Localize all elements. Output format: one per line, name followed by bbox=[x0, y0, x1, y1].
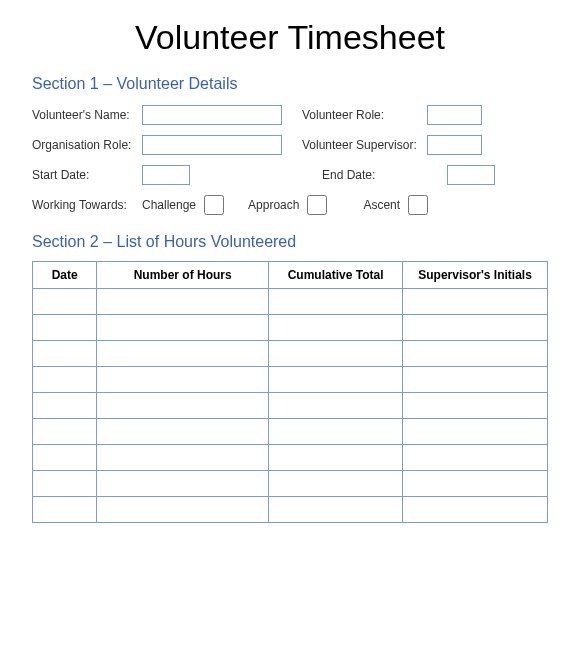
table-cell[interactable] bbox=[97, 341, 269, 367]
table-cell[interactable] bbox=[33, 445, 97, 471]
table-cell[interactable] bbox=[33, 497, 97, 523]
table-cell[interactable] bbox=[403, 367, 548, 393]
page-title: Volunteer Timesheet bbox=[32, 18, 548, 57]
table-cell[interactable] bbox=[269, 367, 403, 393]
label-end-date: End Date: bbox=[322, 168, 447, 182]
checkbox-ascent[interactable] bbox=[408, 195, 428, 215]
label-ascent: Ascent bbox=[363, 198, 400, 212]
checkbox-challenge[interactable] bbox=[204, 195, 224, 215]
label-supervisor: Volunteer Supervisor: bbox=[302, 138, 427, 152]
option-approach: Approach bbox=[248, 195, 327, 215]
input-supervisor[interactable] bbox=[427, 135, 482, 155]
table-cell[interactable] bbox=[269, 445, 403, 471]
table-cell[interactable] bbox=[403, 497, 548, 523]
table-cell[interactable] bbox=[403, 393, 548, 419]
table-row bbox=[33, 367, 548, 393]
input-volunteer-name[interactable] bbox=[142, 105, 282, 125]
row-dates: Start Date: End Date: bbox=[32, 165, 548, 185]
checkbox-approach[interactable] bbox=[307, 195, 327, 215]
table-cell[interactable] bbox=[97, 393, 269, 419]
table-cell[interactable] bbox=[403, 419, 548, 445]
table-body bbox=[33, 289, 548, 523]
table-cell[interactable] bbox=[269, 497, 403, 523]
option-ascent: Ascent bbox=[363, 195, 428, 215]
label-approach: Approach bbox=[248, 198, 299, 212]
col-header-cumulative: Cumulative Total bbox=[269, 262, 403, 289]
table-cell[interactable] bbox=[33, 419, 97, 445]
table-row bbox=[33, 393, 548, 419]
table-cell[interactable] bbox=[97, 419, 269, 445]
table-row bbox=[33, 471, 548, 497]
label-start-date: Start Date: bbox=[32, 168, 142, 182]
label-volunteer-role: Volunteer Role: bbox=[302, 108, 427, 122]
table-cell[interactable] bbox=[97, 289, 269, 315]
section2-header: Section 2 – List of Hours Volunteered bbox=[32, 233, 548, 251]
table-row bbox=[33, 315, 548, 341]
table-cell[interactable] bbox=[403, 445, 548, 471]
row-name-role: Volunteer's Name: Volunteer Role: bbox=[32, 105, 548, 125]
table-cell[interactable] bbox=[403, 471, 548, 497]
table-cell[interactable] bbox=[269, 341, 403, 367]
table-cell[interactable] bbox=[33, 471, 97, 497]
table-cell[interactable] bbox=[403, 315, 548, 341]
label-volunteer-name: Volunteer's Name: bbox=[32, 108, 142, 122]
table-cell[interactable] bbox=[269, 289, 403, 315]
table-cell[interactable] bbox=[97, 471, 269, 497]
input-end-date[interactable] bbox=[447, 165, 495, 185]
table-cell[interactable] bbox=[33, 289, 97, 315]
hours-table: Date Number of Hours Cumulative Total Su… bbox=[32, 261, 548, 523]
section1-header: Section 1 – Volunteer Details bbox=[32, 75, 548, 93]
table-cell[interactable] bbox=[269, 315, 403, 341]
table-cell[interactable] bbox=[33, 367, 97, 393]
table-cell[interactable] bbox=[33, 315, 97, 341]
table-row bbox=[33, 289, 548, 315]
col-header-hours: Number of Hours bbox=[97, 262, 269, 289]
row-org-supervisor: Organisation Role: Volunteer Supervisor: bbox=[32, 135, 548, 155]
row-working-towards: Working Towards: Challenge Approach Asce… bbox=[32, 195, 548, 215]
label-challenge: Challenge bbox=[142, 198, 196, 212]
input-start-date[interactable] bbox=[142, 165, 190, 185]
table-cell[interactable] bbox=[269, 419, 403, 445]
table-cell[interactable] bbox=[97, 367, 269, 393]
input-org-role[interactable] bbox=[142, 135, 282, 155]
col-header-initials: Supervisor's Initials bbox=[403, 262, 548, 289]
table-cell[interactable] bbox=[33, 341, 97, 367]
input-volunteer-role[interactable] bbox=[427, 105, 482, 125]
table-cell[interactable] bbox=[269, 393, 403, 419]
table-cell[interactable] bbox=[403, 341, 548, 367]
table-cell[interactable] bbox=[97, 497, 269, 523]
table-row bbox=[33, 419, 548, 445]
label-org-role: Organisation Role: bbox=[32, 138, 142, 152]
table-cell[interactable] bbox=[403, 289, 548, 315]
table-cell[interactable] bbox=[269, 471, 403, 497]
table-row bbox=[33, 341, 548, 367]
label-working-towards: Working Towards: bbox=[32, 198, 142, 212]
table-row bbox=[33, 497, 548, 523]
table-cell[interactable] bbox=[33, 393, 97, 419]
table-header-row: Date Number of Hours Cumulative Total Su… bbox=[33, 262, 548, 289]
option-challenge: Challenge bbox=[142, 195, 224, 215]
col-header-date: Date bbox=[33, 262, 97, 289]
table-cell[interactable] bbox=[97, 315, 269, 341]
table-row bbox=[33, 445, 548, 471]
table-cell[interactable] bbox=[97, 445, 269, 471]
